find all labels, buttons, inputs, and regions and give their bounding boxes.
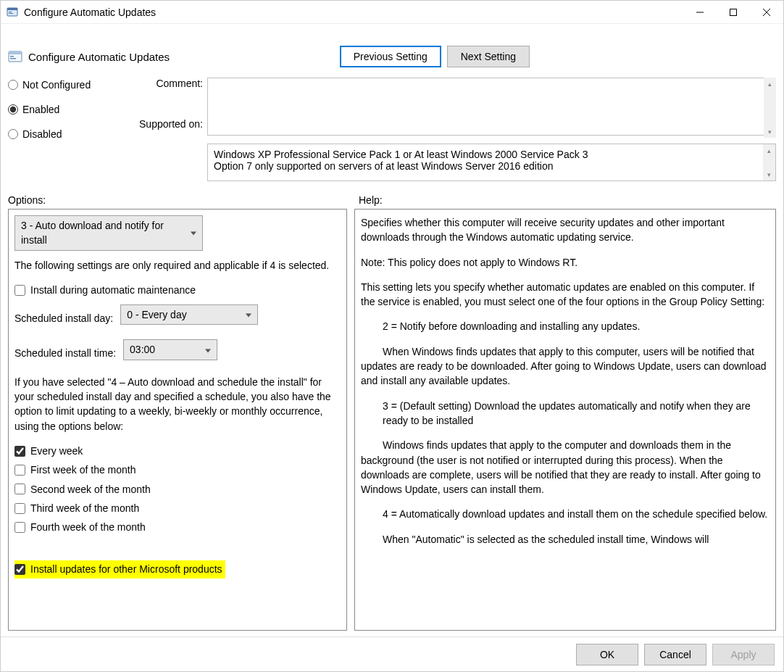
svg-rect-2 [9,12,12,12]
second-week-label: Second week of the month [30,482,151,497]
options-panel[interactable]: 3 - Auto download and notify for install… [8,209,347,631]
options-section-label: Options: [8,194,354,206]
scheduled-day-label: Scheduled install day: [14,311,113,325]
help-opt2-body: When Windows finds updates that apply to… [361,344,771,389]
svg-rect-7 [10,56,14,57]
state-not-configured-label: Not Configured [22,79,91,91]
svg-rect-3 [9,13,13,14]
next-setting-button[interactable]: Next Setting [447,46,530,67]
cancel-button[interactable]: Cancel [644,644,706,665]
supported-on-label: Supported on: [138,118,203,130]
every-week-label: Every week [30,444,83,458]
scheduled-time-dropdown[interactable]: 03:00 [123,339,217,360]
third-week-label: Third week of the month [30,501,139,515]
first-week-checkbox[interactable] [14,465,25,476]
gpo-policy-dialog: Configure Automatic Updates Configure Au… [0,0,784,672]
second-week-checkbox[interactable] [14,484,25,494]
other-products-row[interactable]: Install updates for other Microsoft prod… [14,562,222,576]
supported-on-line-1: Windows XP Professional Service Pack 1 o… [214,149,770,160]
install-during-maintenance-checkbox[interactable] [14,285,25,296]
policy-title: Configure Automatic Updates [28,51,170,63]
policy-window-icon [7,7,18,18]
help-opt3-body: Windows finds updates that apply to the … [361,438,771,497]
help-opt2-head: 2 = Notify before downloading and instal… [361,319,771,333]
previous-setting-button[interactable]: Previous Setting [340,46,441,67]
dialog-footer: OK Cancel Apply [1,636,783,671]
comment-textarea[interactable] [207,78,776,136]
every-week-row[interactable]: Every week [14,444,342,458]
policy-icon [8,49,22,64]
every-week-checkbox[interactable] [14,446,25,457]
window-title: Configure Automatic Updates [24,7,156,18]
titlebar: Configure Automatic Updates [1,1,783,24]
state-enabled-radio[interactable] [8,104,18,115]
state-enabled[interactable]: Enabled [8,104,138,115]
help-opt3-head: 3 = (Default setting) Download the updat… [361,399,771,428]
close-button[interactable] [750,1,783,23]
supported-scrollbar[interactable]: ▴▾ [763,144,775,181]
ok-button[interactable]: OK [576,644,638,665]
maximize-button[interactable] [717,1,750,23]
comment-label: Comment: [138,78,203,89]
third-week-row[interactable]: Third week of the month [14,501,342,515]
help-opt4-body: When "Automatic" is selected as the sche… [361,532,771,547]
help-p2: Note: This policy does not apply to Wind… [361,255,771,270]
help-section-label: Help: [354,194,776,206]
scheduled-day-dropdown[interactable]: 0 - Every day [120,304,258,325]
svg-rect-8 [10,58,16,59]
configure-updates-dropdown[interactable]: 3 - Auto download and notify for install [14,215,203,251]
fourth-week-checkbox[interactable] [14,522,25,533]
install-during-maintenance-label: Install during automatic maintenance [30,283,196,297]
limit-frequency-note: If you have selected "4 – Auto download … [14,375,342,434]
apply-button[interactable]: Apply [712,644,775,665]
fourth-week-row[interactable]: Fourth week of the month [14,520,342,534]
first-week-label: First week of the month [30,462,136,477]
supported-on-line-2: Option 7 only supported on servers of at… [214,160,770,172]
second-week-row[interactable]: Second week of the month [14,482,342,497]
state-disabled-label: Disabled [22,128,62,140]
help-opt4-head: 4 = Automatically download updates and i… [361,507,771,521]
options-note-if-4: The following settings are only required… [14,258,342,273]
state-enabled-label: Enabled [22,104,59,115]
svg-rect-1 [7,8,17,10]
policy-state-group: Not Configured Enabled Disabled [8,78,138,181]
state-disabled-radio[interactable] [8,129,18,139]
other-products-label: Install updates for other Microsoft prod… [30,562,222,576]
third-week-checkbox[interactable] [14,503,25,514]
first-week-row[interactable]: First week of the month [14,462,342,477]
state-disabled[interactable]: Disabled [8,128,138,140]
help-panel[interactable]: Specifies whether this computer will rec… [354,209,776,631]
state-not-configured-radio[interactable] [8,80,18,90]
fourth-week-label: Fourth week of the month [30,520,146,534]
install-during-maintenance-row[interactable]: Install during automatic maintenance [14,283,342,297]
state-not-configured[interactable]: Not Configured [8,79,138,91]
minimize-button[interactable] [683,1,717,23]
comment-scrollbar[interactable]: ▴▾ [764,78,776,138]
help-p3: This setting lets you specify whether au… [361,280,771,310]
scheduled-time-label: Scheduled install time: [14,346,116,360]
other-products-checkbox[interactable] [14,564,25,575]
svg-rect-4 [730,9,737,15]
supported-on-box: Windows XP Professional Service Pack 1 o… [207,144,776,181]
svg-rect-6 [9,51,22,54]
help-p1: Specifies whether this computer will rec… [361,215,771,245]
